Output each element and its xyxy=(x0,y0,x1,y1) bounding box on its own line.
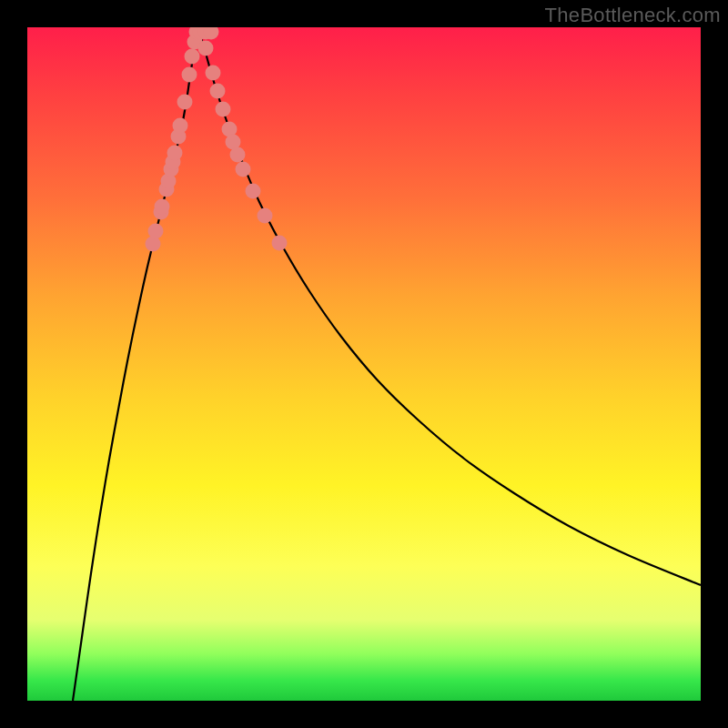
marker-dot xyxy=(198,41,214,56)
chart-frame: TheBottleneck.com xyxy=(0,0,728,728)
marker-dot xyxy=(146,237,161,252)
marker-dot xyxy=(185,49,200,65)
marker-dot xyxy=(155,199,170,215)
marker-dot xyxy=(236,162,251,177)
marker-dot xyxy=(210,84,226,99)
marker-dots-group xyxy=(146,27,288,252)
marker-dot xyxy=(258,208,273,224)
right-curve xyxy=(197,27,701,585)
marker-dot xyxy=(272,236,288,251)
marker-dot xyxy=(246,184,261,199)
chart-svg xyxy=(27,27,701,701)
watermark-text: TheBottleneck.com xyxy=(545,4,721,27)
marker-dot xyxy=(177,95,193,110)
plot-area xyxy=(27,27,701,701)
marker-dot xyxy=(230,147,246,163)
marker-dot xyxy=(167,146,183,161)
marker-dot xyxy=(216,102,231,117)
marker-dot xyxy=(148,224,164,239)
marker-dot xyxy=(182,67,197,83)
marker-dot xyxy=(173,118,188,134)
marker-dot xyxy=(206,66,221,81)
